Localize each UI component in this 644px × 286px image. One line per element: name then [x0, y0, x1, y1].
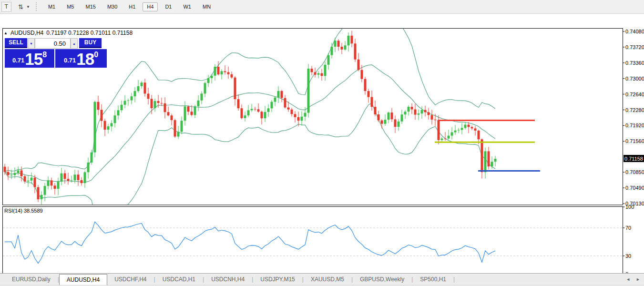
- candle: [197, 101, 200, 106]
- timeframe-toolbar: T ⇅ ▼ M1M5M15M30H1H4D1W1MN: [0, 0, 644, 14]
- candle: [327, 55, 330, 65]
- candle: [101, 110, 103, 121]
- buy-button[interactable]: BUY: [79, 38, 102, 48]
- candle: [91, 153, 93, 163]
- ask-price-pipette: 0: [94, 51, 98, 59]
- candle: [157, 101, 160, 103]
- candle: [97, 102, 100, 110]
- candle: [47, 180, 50, 186]
- timeframe-m30-button[interactable]: M30: [103, 2, 122, 11]
- candle: [444, 139, 447, 139]
- candle: [301, 117, 303, 121]
- volume-input[interactable]: 0.50: [35, 38, 71, 49]
- timeframe-m15-button[interactable]: M15: [81, 2, 100, 11]
- candle: [134, 91, 136, 96]
- candle: [334, 41, 337, 47]
- tabs-scroll-left-icon[interactable]: ◄: [626, 277, 630, 282]
- volume-increase-button[interactable]: ▲: [71, 38, 78, 49]
- candle: [191, 112, 193, 115]
- candle: [261, 112, 263, 118]
- candle: [81, 180, 83, 183]
- candle: [181, 121, 183, 132]
- ask-price-prefix: 0.71: [64, 57, 76, 64]
- candle: [421, 110, 423, 114]
- candle: [264, 112, 266, 118]
- candle: [401, 114, 403, 122]
- candle: [284, 98, 286, 108]
- candle: [194, 106, 196, 115]
- ask-price-button[interactable]: 0.71 18 0: [55, 49, 107, 68]
- candle: [344, 45, 347, 50]
- candle: [321, 73, 323, 76]
- bid-price-prefix: 0.71: [12, 57, 24, 64]
- candle: [154, 101, 156, 108]
- candle: [394, 119, 397, 127]
- timeframe-d1-button[interactable]: D1: [161, 2, 176, 11]
- candle: [234, 78, 236, 100]
- chart-tab-xauusd-m5[interactable]: XAUUSD,M5: [304, 274, 351, 285]
- candle: [24, 176, 26, 182]
- candle: [214, 67, 216, 76]
- candle: [111, 123, 113, 126]
- candle: [217, 67, 220, 74]
- chart-tab-audusd-h4[interactable]: AUDUSD,H4: [59, 274, 107, 285]
- candle: [351, 36, 353, 44]
- tool-dropdown-caret-icon[interactable]: ▼: [26, 5, 30, 9]
- timeframe-h1-button[interactable]: H1: [124, 2, 140, 11]
- candle: [307, 69, 310, 113]
- sell-button[interactable]: SELL: [5, 38, 27, 48]
- timeframe-w1-button[interactable]: W1: [179, 2, 195, 11]
- arrange-tool-icon[interactable]: ⇅: [16, 2, 25, 11]
- price-axis-label: 0.73360: [625, 60, 644, 66]
- candle: [354, 43, 357, 60]
- chart-tab-gbpusd-weekly[interactable]: GBPUSD,Weekly: [353, 274, 411, 285]
- chart-tab-usdcad-h1[interactable]: USDCAD,H1: [155, 274, 203, 285]
- tabs-scroll-right-icon[interactable]: ►: [636, 277, 640, 282]
- rsi-axis-label: 30: [625, 253, 631, 259]
- text-tool-icon[interactable]: T: [1, 2, 11, 12]
- candle: [448, 136, 450, 139]
- candle: [127, 101, 130, 101]
- price-axis-label: 0.73000: [625, 76, 644, 82]
- chart-header: ▲ AUDUSD,H4 0.71197 0.71228 0.71011 0.71…: [4, 30, 133, 36]
- timeframe-m5-button[interactable]: M5: [62, 2, 78, 11]
- candle: [441, 139, 443, 140]
- candle: [187, 106, 190, 112]
- price-axis-label: 0.72280: [625, 107, 644, 113]
- candle: [458, 130, 460, 131]
- candle: [221, 71, 223, 74]
- candle: [167, 112, 170, 115]
- timeframe-h4-button[interactable]: H4: [143, 2, 158, 11]
- candle: [64, 174, 66, 179]
- candle: [147, 93, 150, 99]
- candle: [227, 72, 230, 74]
- timeframe-mn-button[interactable]: MN: [198, 2, 215, 11]
- candle: [117, 110, 120, 115]
- bid-price-button[interactable]: 0.71 15 8: [5, 49, 54, 68]
- candle: [231, 74, 233, 78]
- chart-tab-usdjpy-m15[interactable]: USDJPY,M15: [253, 274, 302, 285]
- chart-tab-sp500-h1[interactable]: SP500,H1: [413, 274, 453, 285]
- candle: [31, 178, 33, 181]
- candle: [104, 121, 106, 130]
- candle: [77, 174, 80, 180]
- candle: [491, 162, 493, 166]
- candle: [14, 173, 16, 175]
- candle: [224, 71, 226, 72]
- candle: [398, 122, 400, 127]
- chart-tab-usdchf-h4[interactable]: USDCHF,H4: [107, 274, 153, 285]
- candle: [254, 109, 256, 110]
- candle: [454, 131, 457, 133]
- timeframe-m1-button[interactable]: M1: [44, 2, 60, 11]
- volume-decrease-button[interactable]: ▼: [28, 38, 35, 49]
- chart-tab-eurusd-daily[interactable]: EURUSD,Daily: [5, 274, 58, 285]
- candle: [411, 107, 413, 110]
- candle: [464, 125, 467, 128]
- collapse-panel-icon[interactable]: ▲: [4, 31, 8, 35]
- chart-tab-usdcnh-h4[interactable]: USDCNH,H4: [204, 274, 252, 285]
- candle: [484, 151, 487, 172]
- candle: [10, 175, 13, 175]
- trading-terminal: T ⇅ ▼ M1M5M15M30H1H4D1W1MN ▲ AUDUSD,H4 0…: [0, 0, 644, 286]
- bollinger-upper-line: [5, 15, 495, 172]
- candle: [474, 128, 477, 131]
